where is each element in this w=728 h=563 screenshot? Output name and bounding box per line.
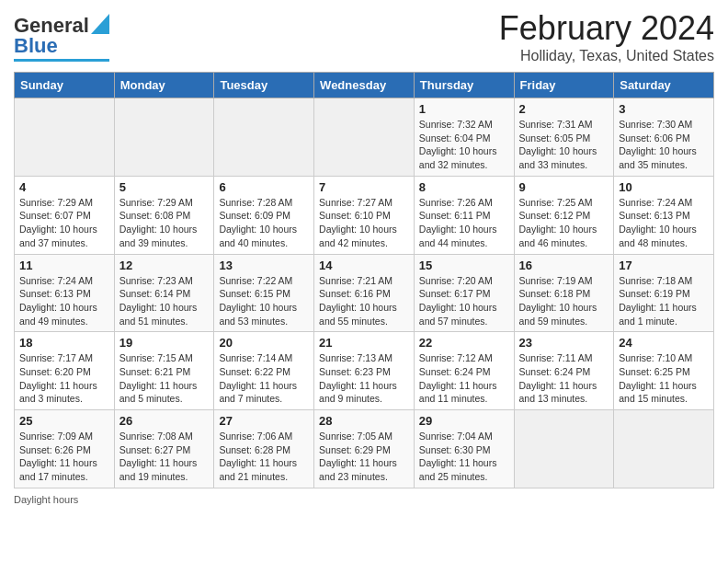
day-number: 19 [119,336,210,350]
calendar-cell [15,98,115,177]
day-number: 14 [319,259,409,272]
day-number: 3 [619,102,709,116]
weekday-header-tuesday: Tuesday [214,73,314,98]
day-number: 23 [519,336,609,350]
day-info: Sunrise: 7:28 AM Sunset: 6:09 PM Dayligh… [219,196,309,250]
day-number: 4 [19,180,109,194]
day-info: Sunrise: 7:23 AM Sunset: 6:14 PM Dayligh… [119,274,210,328]
day-info: Sunrise: 7:31 AM Sunset: 6:05 PM Dayligh… [519,118,609,172]
calendar-cell: 29Sunrise: 7:04 AM Sunset: 6:30 PM Dayli… [414,410,514,488]
calendar-cell: 8Sunrise: 7:26 AM Sunset: 6:11 PM Daylig… [414,176,514,254]
calendar-cell: 11Sunrise: 7:24 AM Sunset: 6:13 PM Dayli… [15,254,115,332]
day-number: 6 [219,180,309,194]
title-block: February 2024 Holliday, Texas, United St… [499,9,714,64]
calendar-body: 1Sunrise: 7:32 AM Sunset: 6:04 PM Daylig… [15,98,714,488]
calendar-cell: 3Sunrise: 7:30 AM Sunset: 6:06 PM Daylig… [614,98,714,177]
calendar-cell [214,98,314,177]
day-info: Sunrise: 7:29 AM Sunset: 6:07 PM Dayligh… [19,196,109,250]
day-info: Sunrise: 7:19 AM Sunset: 6:18 PM Dayligh… [519,274,609,328]
calendar-cell [614,410,714,488]
calendar-cell: 25Sunrise: 7:09 AM Sunset: 6:26 PM Dayli… [15,410,115,488]
calendar-subtitle: Holliday, Texas, United States [499,48,714,64]
calendar-cell: 21Sunrise: 7:13 AM Sunset: 6:23 PM Dayli… [314,332,415,410]
day-number: 8 [419,180,509,194]
calendar-cell: 1Sunrise: 7:32 AM Sunset: 6:04 PM Daylig… [414,98,514,177]
calendar-cell: 7Sunrise: 7:27 AM Sunset: 6:10 PM Daylig… [314,176,415,254]
day-number: 10 [619,180,709,194]
day-info: Sunrise: 7:04 AM Sunset: 6:30 PM Dayligh… [419,430,509,484]
calendar-cell: 2Sunrise: 7:31 AM Sunset: 6:05 PM Daylig… [514,98,614,177]
day-info: Sunrise: 7:26 AM Sunset: 6:11 PM Dayligh… [419,196,509,250]
calendar-cell: 12Sunrise: 7:23 AM Sunset: 6:14 PM Dayli… [114,254,214,332]
calendar-cell: 17Sunrise: 7:18 AM Sunset: 6:19 PM Dayli… [614,254,714,332]
day-number: 20 [219,336,309,350]
day-number: 29 [419,414,509,428]
day-number: 22 [419,336,509,350]
calendar-cell: 6Sunrise: 7:28 AM Sunset: 6:09 PM Daylig… [214,176,314,254]
day-number: 7 [319,180,409,194]
day-info: Sunrise: 7:18 AM Sunset: 6:19 PM Dayligh… [619,274,709,328]
calendar-cell: 28Sunrise: 7:05 AM Sunset: 6:29 PM Dayli… [314,410,415,488]
calendar-cell: 26Sunrise: 7:08 AM Sunset: 6:27 PM Dayli… [114,410,214,488]
calendar-cell [114,98,214,177]
day-number: 28 [319,414,409,428]
footer-note-text: Daylight hours [14,494,78,505]
weekday-header-wednesday: Wednesday [314,73,415,98]
calendar-header: SundayMondayTuesdayWednesdayThursdayFrid… [15,73,714,98]
day-number: 17 [619,259,709,272]
logo-underline [14,59,109,62]
calendar-cell: 10Sunrise: 7:24 AM Sunset: 6:13 PM Dayli… [614,176,714,254]
weekday-header-monday: Monday [114,73,214,98]
day-number: 5 [119,180,210,194]
week-row-2: 4Sunrise: 7:29 AM Sunset: 6:07 PM Daylig… [15,176,714,254]
weekday-header-thursday: Thursday [414,73,514,98]
day-info: Sunrise: 7:17 AM Sunset: 6:20 PM Dayligh… [19,351,109,406]
day-info: Sunrise: 7:30 AM Sunset: 6:06 PM Dayligh… [619,118,709,172]
day-number: 25 [19,414,109,428]
week-row-3: 11Sunrise: 7:24 AM Sunset: 6:13 PM Dayli… [15,254,714,332]
calendar-cell: 14Sunrise: 7:21 AM Sunset: 6:16 PM Dayli… [314,254,415,332]
day-number: 15 [419,259,509,272]
weekday-row: SundayMondayTuesdayWednesdayThursdayFrid… [15,73,714,98]
day-info: Sunrise: 7:13 AM Sunset: 6:23 PM Dayligh… [319,351,409,406]
calendar-cell: 20Sunrise: 7:14 AM Sunset: 6:22 PM Dayli… [214,332,314,410]
day-info: Sunrise: 7:32 AM Sunset: 6:04 PM Dayligh… [419,118,509,172]
day-info: Sunrise: 7:09 AM Sunset: 6:26 PM Dayligh… [19,430,109,484]
day-number: 2 [519,102,609,116]
svg-marker-0 [91,14,109,34]
logo-blue: Blue [14,34,58,58]
week-row-5: 25Sunrise: 7:09 AM Sunset: 6:26 PM Dayli… [15,410,714,488]
calendar-cell: 16Sunrise: 7:19 AM Sunset: 6:18 PM Dayli… [514,254,614,332]
calendar-cell: 19Sunrise: 7:15 AM Sunset: 6:21 PM Dayli… [114,332,214,410]
day-info: Sunrise: 7:24 AM Sunset: 6:13 PM Dayligh… [19,274,109,328]
day-number: 16 [519,259,609,272]
day-info: Sunrise: 7:11 AM Sunset: 6:24 PM Dayligh… [519,351,609,406]
day-number: 21 [319,336,409,350]
calendar-cell [314,98,415,177]
calendar-cell: 9Sunrise: 7:25 AM Sunset: 6:12 PM Daylig… [514,176,614,254]
calendar-cell: 18Sunrise: 7:17 AM Sunset: 6:20 PM Dayli… [15,332,115,410]
day-number: 11 [19,259,109,272]
weekday-header-friday: Friday [514,73,614,98]
week-row-4: 18Sunrise: 7:17 AM Sunset: 6:20 PM Dayli… [15,332,714,410]
calendar-cell: 4Sunrise: 7:29 AM Sunset: 6:07 PM Daylig… [15,176,115,254]
day-info: Sunrise: 7:27 AM Sunset: 6:10 PM Dayligh… [319,196,409,250]
day-info: Sunrise: 7:12 AM Sunset: 6:24 PM Dayligh… [419,351,509,406]
day-info: Sunrise: 7:29 AM Sunset: 6:08 PM Dayligh… [119,196,210,250]
day-info: Sunrise: 7:10 AM Sunset: 6:25 PM Dayligh… [619,351,709,406]
day-info: Sunrise: 7:21 AM Sunset: 6:16 PM Dayligh… [319,274,409,328]
week-row-1: 1Sunrise: 7:32 AM Sunset: 6:04 PM Daylig… [15,98,714,177]
day-info: Sunrise: 7:20 AM Sunset: 6:17 PM Dayligh… [419,274,509,328]
page-header: General Blue February 2024 Holliday, Tex… [14,9,714,64]
day-number: 18 [19,336,109,350]
calendar-cell: 13Sunrise: 7:22 AM Sunset: 6:15 PM Dayli… [214,254,314,332]
day-number: 13 [219,259,309,272]
day-info: Sunrise: 7:15 AM Sunset: 6:21 PM Dayligh… [119,351,210,406]
day-info: Sunrise: 7:22 AM Sunset: 6:15 PM Dayligh… [219,274,309,328]
calendar-cell: 15Sunrise: 7:20 AM Sunset: 6:17 PM Dayli… [414,254,514,332]
day-info: Sunrise: 7:06 AM Sunset: 6:28 PM Dayligh… [219,430,309,484]
footer-note: Daylight hours [14,494,714,505]
calendar-cell [514,410,614,488]
logo-icon [91,14,109,34]
logo: General Blue [14,14,109,62]
